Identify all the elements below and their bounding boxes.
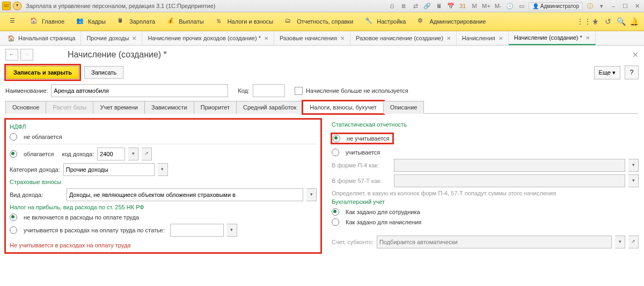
code-input[interactable]	[253, 84, 285, 97]
menu-personnel-label: Кадры	[88, 18, 106, 25]
menu-burger[interactable]: ☰	[4, 14, 24, 29]
navtab-home[interactable]: 🏠Начальная страница	[2, 31, 81, 45]
nav-back-button[interactable]: ←	[5, 49, 18, 61]
profit-opt2-label: учитывается в расходах на оплату труда п…	[24, 227, 165, 233]
unused-label: Начисление больше не используется	[306, 87, 408, 94]
p4-dropdown: ▾	[628, 159, 639, 172]
close-icon[interactable]: ✕	[499, 35, 503, 41]
window-maximize-icon[interactable]: ☐	[620, 2, 630, 10]
subtab-average[interactable]: Средний заработок	[236, 101, 303, 114]
close-icon[interactable]: ✕	[340, 35, 345, 41]
toolbar-date-icon[interactable]: 31	[458, 2, 467, 10]
income-kind-input[interactable]	[67, 188, 303, 201]
subtab-priority[interactable]: Приоритет	[194, 101, 237, 114]
toolbar-print-icon[interactable]: ⎙	[387, 2, 397, 10]
more-button[interactable]: Еще ▾	[594, 66, 620, 79]
toolbar-mplus-icon[interactable]: M+	[481, 2, 491, 10]
app-icon: 1C	[2, 2, 11, 10]
income-cat-row: Категория дохода: ▾	[10, 163, 317, 176]
stat-opt1-label: не учитывается	[347, 135, 390, 142]
navtab-onetime-create[interactable]: Разовое начисление (создание)✕	[350, 31, 457, 45]
ndfl-opt-none[interactable]: не облагается	[10, 133, 317, 141]
subtab-taxes[interactable]: Налоги, взносы, бухучет	[303, 101, 384, 114]
navtab-home-label: Начальная страница	[18, 35, 75, 41]
menu-main[interactable]: 🏠Главное	[25, 14, 70, 29]
window-close-icon[interactable]: ✕	[632, 2, 642, 10]
menu-personnel[interactable]: 👥Кадры	[71, 14, 111, 29]
nav-forward-button[interactable]: →	[20, 49, 33, 61]
income-cat-dropdown[interactable]: ▾	[158, 163, 168, 176]
income-code-input[interactable]	[97, 148, 125, 160]
income-code-open[interactable]: ↗	[142, 148, 152, 160]
acc-opt-employee[interactable]: Как задано для сотрудника	[332, 208, 639, 216]
toolbar-doc-icon[interactable]: 🗎	[399, 2, 408, 10]
close-icon[interactable]: ✕	[586, 35, 590, 41]
menu-taxes[interactable]: ％Налоги и взносы	[210, 14, 279, 29]
p57-row: В форме 57-Т как: ▾	[332, 174, 639, 187]
save-close-button[interactable]: Записать и закрыть	[6, 66, 79, 79]
navtab-label: Начисления	[462, 35, 495, 41]
toolbar-m-icon[interactable]: M	[470, 2, 479, 10]
menu-admin[interactable]: ⚙Администрирование	[412, 14, 491, 29]
subtab-main[interactable]: Основное	[5, 101, 46, 114]
apps-icon[interactable]: ⋮⋮⋮	[576, 16, 588, 27]
search-icon[interactable]: 🔍	[615, 16, 627, 27]
name-input[interactable]	[51, 84, 228, 97]
subtab-time[interactable]: Учет времени	[93, 101, 145, 114]
profit-opt-include[interactable]: учитывается в расходах на оплату труда п…	[10, 224, 317, 237]
radio-icon	[332, 218, 339, 226]
save-button[interactable]: Записать	[84, 66, 123, 79]
page-close-icon[interactable]: ✕	[632, 50, 639, 59]
ndfl-opt2-label: облагается	[24, 151, 54, 157]
toolbar-calendar-icon[interactable]: 📅	[446, 2, 456, 10]
income-cat-input[interactable]	[63, 163, 155, 176]
toolbar-info-icon[interactable]: ⓘ	[585, 2, 595, 10]
navtab-other-income[interactable]: Прочие доходы✕	[81, 31, 142, 45]
acc-opt2-label: Как задано для начисления	[346, 219, 421, 225]
subtab-desc[interactable]: Описание	[383, 101, 425, 114]
close-icon[interactable]: ✕	[447, 35, 451, 41]
unused-checkbox[interactable]	[295, 87, 303, 95]
menu-payments[interactable]: 💰Выплаты	[162, 14, 209, 29]
navtab-accruals[interactable]: Начисления✕	[457, 31, 509, 45]
toolbar-link-icon[interactable]: 🔗	[422, 2, 432, 10]
app-menu-dropdown[interactable]: ▾	[13, 2, 21, 10]
navtab-other-income-create[interactable]: Начисление прочих доходов (создание) *✕	[142, 31, 274, 45]
profit-opt-exclude[interactable]: не включается в расходы по оплате труда	[10, 214, 317, 221]
toolbar-clock-icon[interactable]: 🕓	[505, 2, 515, 10]
income-code-dropdown[interactable]: ▾	[128, 148, 138, 160]
income-kind-dropdown[interactable]: ▾	[306, 188, 317, 201]
star-icon[interactable]: ★	[589, 16, 601, 27]
menu-settings[interactable]: 🔧Настройка	[360, 14, 411, 29]
stat-opt-none[interactable]: не учитывается	[332, 134, 393, 143]
toolbar-dropdown-icon[interactable]: ▾	[597, 2, 606, 10]
subtab-deps[interactable]: Зависимости	[144, 101, 194, 114]
menu-reports[interactable]: 🗂Отчетность, справки	[280, 14, 358, 29]
navtab-onetime[interactable]: Разовые начисления✕	[274, 31, 350, 45]
close-icon[interactable]: ✕	[264, 35, 268, 41]
bell-icon[interactable]: 🔔	[628, 16, 640, 27]
close-icon[interactable]: ✕	[132, 35, 136, 41]
subtabs: Основное Расчет базы Учет времени Зависи…	[5, 100, 639, 114]
menu-salary[interactable]: 🖩Зарплата	[112, 14, 160, 29]
p57-label: В форме 57-Т как:	[332, 178, 391, 184]
account-dropdown: ▾	[615, 236, 625, 248]
p57-input	[394, 174, 625, 187]
profit-article-dropdown[interactable]: ▾	[227, 224, 237, 237]
ndfl-opt-taxed[interactable]: облагается код дохода: ▾ ↗	[10, 148, 317, 160]
toolbar-calc-icon[interactable]: 🖩	[434, 2, 444, 10]
history-icon[interactable]: ↺	[602, 16, 614, 27]
profit-article-input[interactable]	[170, 224, 224, 237]
stat-opt-yes[interactable]: учитывается	[332, 149, 639, 156]
toolbar-compare-icon[interactable]: ⇄	[411, 2, 420, 10]
navtab-accrual-create[interactable]: Начисление (создание) *✕	[509, 31, 596, 45]
nav-tabs: 🏠Начальная страница Прочие доходы✕ Начис…	[0, 31, 644, 46]
user-badge[interactable]: 👤 Администратор	[529, 2, 583, 10]
window-minimize-icon[interactable]: –	[609, 2, 618, 10]
toolbar-panel-icon[interactable]: ▭	[517, 2, 526, 10]
navtab-label: Начисление (создание) *	[514, 34, 582, 41]
chevron-down-icon: ▾	[612, 69, 616, 76]
help-button[interactable]: ?	[625, 65, 639, 79]
acc-opt-accrual[interactable]: Как задано для начисления	[332, 218, 639, 226]
toolbar-mminus-icon[interactable]: M-	[493, 2, 503, 10]
